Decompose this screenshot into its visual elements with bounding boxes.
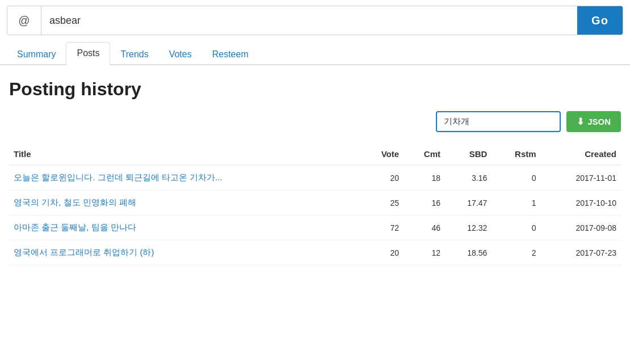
cell-sbd: 12.32 (445, 215, 492, 240)
col-vote: Vote (360, 143, 404, 165)
json-button-label: JSON (587, 117, 611, 126)
table-row: 오늘은 할로윈입니다. 그런데 퇴근길에 타고온 기차가... 20 18 3.… (9, 165, 621, 191)
table-row: 영국에서 프로그래머로 취업하기 (하) 20 12 18.56 2 2017-… (9, 240, 621, 265)
cell-sbd: 17.47 (445, 191, 492, 215)
col-title: Title (9, 143, 360, 165)
cell-created: 2017-07-23 (541, 240, 621, 265)
cell-rstm: 0 (492, 165, 540, 191)
download-icon: ⬇ (577, 116, 584, 127)
page-title: Posting history (9, 79, 621, 100)
cell-sbd: 18.56 (445, 240, 492, 265)
tab-summary[interactable]: Summary (7, 44, 66, 65)
go-button[interactable]: Go (577, 6, 623, 35)
post-link[interactable]: 영국에서 프로그래머로 취업하기 (하) (14, 247, 154, 257)
table-header-row: Title Vote Cmt SBD Rstm Created (9, 143, 621, 165)
cell-title: 아마존 출근 둘째날, 팀을 만나다 (9, 215, 360, 240)
tab-bar: Summary Posts Trends Votes Resteem (0, 41, 630, 65)
table-row: 아마존 출근 둘째날, 팀을 만나다 72 46 12.32 0 2017-09… (9, 215, 621, 240)
tab-votes[interactable]: Votes (159, 44, 202, 65)
search-bar: @ Go (7, 6, 623, 35)
col-sbd: SBD (445, 143, 492, 165)
cell-cmt: 46 (404, 215, 445, 240)
cell-cmt: 16 (404, 191, 445, 215)
search-input[interactable] (41, 6, 577, 35)
tab-resteem[interactable]: Resteem (202, 44, 259, 65)
cell-title: 오늘은 할로윈입니다. 그런데 퇴근길에 타고온 기차가... (9, 165, 360, 191)
col-cmt: Cmt (404, 143, 445, 165)
filter-row: ⬇ JSON (9, 111, 621, 132)
cell-created: 2017-09-08 (541, 215, 621, 240)
main-content: Posting history ⬇ JSON Title Vote Cmt SB… (0, 65, 630, 274)
cell-vote: 72 (360, 215, 404, 240)
post-link[interactable]: 영국의 기차, 철도 민영화의 폐해 (14, 197, 136, 207)
cell-created: 2017-11-01 (541, 165, 621, 191)
cell-cmt: 18 (404, 165, 445, 191)
cell-vote: 20 (360, 165, 404, 191)
post-link[interactable]: 아마존 출근 둘째날, 팀을 만나다 (14, 222, 136, 232)
cell-sbd: 3.16 (445, 165, 492, 191)
cell-title: 영국의 기차, 철도 민영화의 폐해 (9, 191, 360, 215)
posts-table: Title Vote Cmt SBD Rstm Created 오늘은 할로윈입… (9, 143, 621, 265)
cell-rstm: 1 (492, 191, 540, 215)
cell-vote: 25 (360, 191, 404, 215)
cell-created: 2017-10-10 (541, 191, 621, 215)
post-link[interactable]: 오늘은 할로윈입니다. 그런데 퇴근길에 타고온 기차가... (14, 172, 222, 182)
at-symbol: @ (7, 6, 41, 35)
tab-trends[interactable]: Trends (110, 44, 158, 65)
cell-cmt: 12 (404, 240, 445, 265)
cell-rstm: 2 (492, 240, 540, 265)
col-created: Created (541, 143, 621, 165)
cell-title: 영국에서 프로그래머로 취업하기 (하) (9, 240, 360, 265)
cell-vote: 20 (360, 240, 404, 265)
json-button[interactable]: ⬇ JSON (566, 111, 621, 132)
table-row: 영국의 기차, 철도 민영화의 폐해 25 16 17.47 1 2017-10… (9, 191, 621, 215)
cell-rstm: 0 (492, 215, 540, 240)
col-rstm: Rstm (492, 143, 540, 165)
tab-posts[interactable]: Posts (66, 42, 110, 65)
filter-input[interactable] (436, 111, 561, 132)
